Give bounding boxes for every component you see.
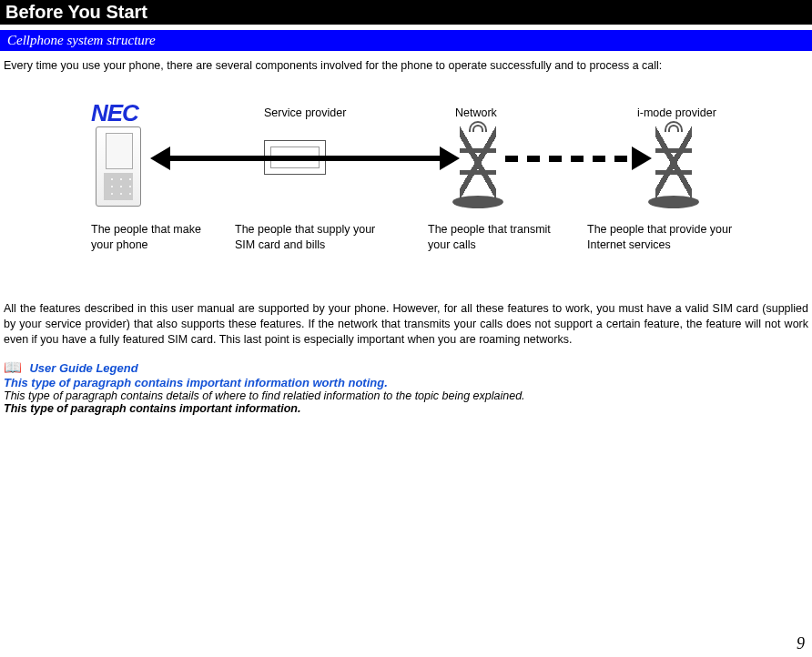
nec-logo: NEC <box>91 99 138 127</box>
book-icon: 📖 <box>4 359 22 375</box>
arrow-solid-line <box>168 156 442 161</box>
caption-service-provider: The people that supply your SIM card and… <box>235 222 381 253</box>
label-imode-provider: i-mode provider <box>637 106 716 119</box>
legend-line-italic: This type of paragraph contains details … <box>4 389 808 402</box>
phone-icon <box>96 126 141 207</box>
caption-imode: The people that provide your Internet se… <box>587 222 742 253</box>
arrow-left-head-icon <box>150 147 170 170</box>
arrow-dashed-head-icon <box>632 147 652 170</box>
section-heading-bar: Cellphone system structure <box>0 30 812 51</box>
section-heading: Cellphone system structure <box>7 33 156 47</box>
arrow-dashed-line <box>505 156 633 162</box>
caption-phone-maker: The people that make your phone <box>91 222 209 253</box>
label-network: Network <box>455 106 497 119</box>
label-service-provider: Service provider <box>264 106 346 119</box>
caption-network: The people that transmit your calls <box>428 222 555 253</box>
features-paragraph: All the features described in this user … <box>0 294 812 348</box>
arrow-right-head-icon <box>440 147 460 170</box>
system-diagram: NEC Service provider Network i-mode prov… <box>0 90 812 290</box>
legend-title-row: 📖 User Guide Legend <box>4 359 808 376</box>
legend-line-blue: This type of paragraph contains importan… <box>4 376 808 389</box>
legend-section: 📖 User Guide Legend This type of paragra… <box>0 348 812 415</box>
intro-paragraph: Every time you use your phone, there are… <box>0 51 812 74</box>
page-title-bar: Before You Start <box>0 0 812 25</box>
legend-line-bold: This type of paragraph contains importan… <box>4 402 808 415</box>
page-number: 9 <box>797 634 805 653</box>
page-title: Before You Start <box>5 2 147 22</box>
legend-title: User Guide Legend <box>29 361 137 375</box>
